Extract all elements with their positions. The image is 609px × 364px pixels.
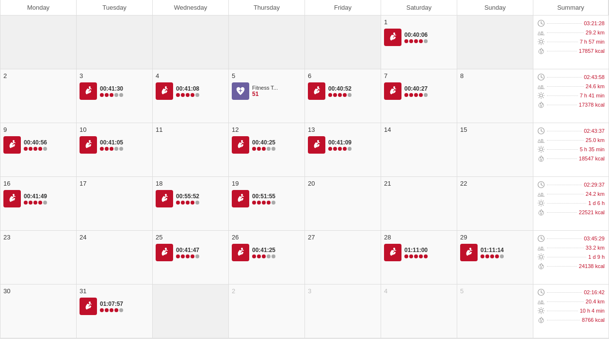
dist-icon: AB [537,298,545,305]
svg-line-72 [539,205,540,206]
activity-info: Fitness T...51 [252,85,278,97]
dot [38,147,42,151]
svg-point-39 [241,140,243,142]
dot [424,254,428,258]
svg-point-64 [540,202,543,205]
svg-rect-19 [240,89,240,92]
dot [252,201,256,205]
activity[interactable]: 00:41:47 [156,244,225,261]
activity[interactable]: 00:40:27 [384,82,454,100]
dotline [547,185,582,185]
dot [29,201,32,205]
dot [419,93,423,97]
activity[interactable]: 00:41:05 [80,136,149,154]
activity-info: 00:41:09 [328,139,352,151]
svg-line-69 [539,201,540,202]
activity-dots [252,201,275,205]
sun-icon [537,253,545,261]
dotline [547,140,584,141]
svg-line-3 [541,23,543,24]
svg-line-43 [541,131,543,132]
summary-time-row: 02:43:58 [537,73,605,81]
week-row-5: 3031 01:07:572345 02:16:42 AB 20.4 km 10… [0,285,609,338]
dist-icon: AB [537,29,545,36]
summary-time: 03:21:28 [584,20,605,26]
svg-line-14 [539,44,540,45]
day-cell-5-0: 30 [0,285,77,338]
activity[interactable]: 00:40:56 [3,136,73,154]
day-cell-5-2 [153,285,229,338]
summary-dist: 33.2 km [586,245,605,251]
day-number: 28 [384,234,454,241]
dot [333,147,337,151]
day-cell-0-5: 1 00:40:06 [381,16,457,69]
svg-point-0 [393,32,395,34]
dot [176,201,180,205]
activity[interactable]: 01:11:00 [384,244,454,261]
flame-icon [537,47,545,55]
svg-point-27 [540,94,543,97]
day-cell-5-5: 4 [381,285,457,338]
activity[interactable]: 00:55:52 [156,190,225,207]
svg-line-13 [543,39,544,40]
svg-point-36 [541,105,542,107]
run-icon [308,136,325,154]
activity[interactable]: 00:40:52 [308,82,378,100]
activity[interactable]: 00:40:25 [232,136,302,154]
sun-icon [537,199,545,207]
dot [419,39,423,43]
svg-point-57 [165,194,167,196]
summary-time-row: 02:16:42 [537,288,605,296]
run-icon [308,82,325,100]
activity[interactable]: 00:41:08 [156,82,225,100]
svg-point-56 [13,194,15,196]
activity[interactable]: 00:40:06 [384,29,454,46]
dist-icon: AB [537,136,545,144]
dotline [547,203,586,204]
day-cell-4-1: 24 [77,231,153,284]
svg-line-70 [543,205,544,206]
activity-time: 00:41:47 [176,247,199,253]
day-number: 18 [156,180,225,187]
activity[interactable]: 01:07:57 [80,298,149,315]
sun-icon [537,92,545,99]
summary-time-row: 02:43:37 [537,127,605,135]
dot [114,93,118,97]
activity-time: 00:40:06 [404,32,428,38]
dotline [547,292,582,293]
dot [404,39,408,43]
activity[interactable]: 00:41:49 [3,190,73,207]
dot [114,147,118,151]
activity-info: 00:41:05 [100,139,123,151]
activity-time: 00:40:52 [328,85,352,92]
activity-info: 00:41:49 [24,193,47,205]
activity-time: 00:41:08 [176,85,199,92]
day-cell-2-5: 14 [381,123,457,176]
svg-point-6 [540,40,543,43]
summary-kcal-row: 17378 kcal [537,101,605,109]
activity[interactable]: Fitness T...51 [232,82,302,100]
activity[interactable]: 00:41:09 [308,136,378,154]
svg-line-105 [543,313,544,314]
dot [186,201,190,205]
day-cell-4-0: 23 [0,231,77,284]
summary-dist-row: AB 25.0 km [537,136,605,144]
activity[interactable]: 00:41:30 [80,82,149,100]
day-number: 15 [460,126,530,133]
dot [195,93,199,97]
day-cell-5-6: 5 [457,285,533,338]
dot [181,93,185,97]
summary-kcal: 24138 kcal [579,263,605,269]
dot [252,254,256,258]
activity[interactable]: 00:51:55 [232,190,302,207]
activity[interactable]: 01:11:14 [460,244,530,261]
svg-line-24 [541,77,543,78]
summary-dist: 29.2 km [586,30,605,35]
day-cell-2-4: 13 00:41:09 [305,123,381,176]
svg-point-74 [165,248,167,250]
dot [38,201,42,205]
day-number: 10 [80,126,149,133]
activity[interactable]: 00:41:25 [232,244,302,261]
dotline [547,131,582,131]
svg-point-40 [317,140,319,142]
